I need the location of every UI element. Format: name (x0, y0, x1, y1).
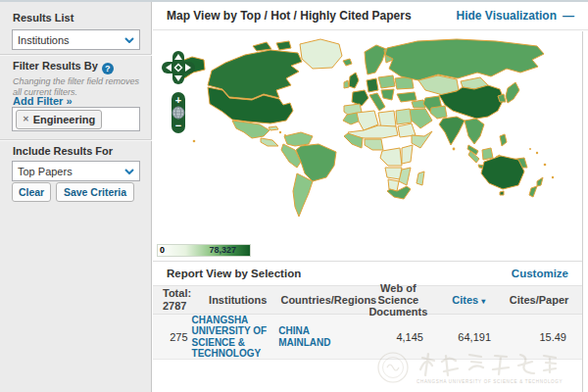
help-icon[interactable]: ? (102, 63, 114, 74)
hide-visualization-link[interactable]: Hide Visualization — (457, 9, 574, 23)
report-title: Report View by Selection (167, 268, 301, 279)
sort-descending-icon: ▾ (481, 297, 485, 306)
country-central-america[interactable] (261, 138, 278, 146)
country-germany[interactable] (367, 78, 378, 92)
country-japan[interactable] (506, 82, 519, 103)
map-controls[interactable]: + − (161, 49, 196, 178)
island-dot (284, 134, 286, 136)
active-filters-box: ✕ Engineering (12, 107, 140, 131)
watermark-english-text: CHANGSHA UNIVERSITY OF SCIENCE & TECHNOL… (416, 379, 569, 384)
zoom-in-button[interactable]: + (175, 94, 181, 106)
row-count: 275 (159, 331, 192, 343)
country-new-zealand-south[interactable] (529, 186, 537, 197)
country-russia[interactable] (385, 39, 544, 80)
legend-max-label: 78,327 (209, 245, 236, 256)
column-header-institutions: Institutions (195, 294, 280, 306)
customize-link[interactable]: Customize (512, 268, 568, 279)
table-header-row: Total: 2787 Institutions Countries/Regio… (153, 285, 582, 315)
map-view-title: Map View by Top / Hot / Highly Cited Pap… (167, 9, 412, 23)
results-list-label: Results List (13, 12, 74, 24)
world-map-area: + − 0 78,327 (153, 31, 582, 261)
country-colombia-venezuela[interactable] (284, 132, 313, 146)
island-dot (552, 176, 554, 178)
country-south-korea[interactable] (498, 94, 506, 102)
country-iceland[interactable] (343, 59, 352, 66)
country-turkey[interactable] (397, 92, 416, 102)
country-tasmania[interactable] (500, 191, 504, 195)
world-choropleth-map[interactable] (155, 33, 580, 244)
country-link[interactable]: CHINA MAINLAND (278, 325, 358, 348)
sidebar-divider (0, 139, 152, 140)
country-balkans-greece[interactable] (381, 89, 394, 100)
country-new-zealand-north[interactable] (537, 177, 543, 186)
column-header-documents: Web of Science Documents (361, 282, 435, 318)
country-canada-arctic-islands[interactable] (276, 41, 291, 50)
include-results-value: Top Papers (18, 166, 73, 177)
country-australia[interactable] (481, 156, 524, 189)
results-list-select[interactable]: Institutions (12, 29, 140, 50)
country-united-kingdom[interactable] (349, 73, 359, 88)
country-ireland[interactable] (344, 80, 349, 88)
filters-sidebar: Results List Institutions Filter Results… (0, 2, 152, 392)
clear-button[interactable]: Clear (12, 182, 51, 202)
add-filter-link[interactable]: Add Filter » (13, 95, 73, 107)
country-dr-congo[interactable] (380, 148, 402, 166)
country-france[interactable] (352, 90, 368, 106)
row-cites-per-paper: 15.49 (501, 331, 576, 343)
institution-link[interactable]: CHANGSHA UNIVERSITY OF SCIENCE & TECHNOL… (192, 315, 279, 360)
chevron-down-icon (124, 169, 134, 174)
country-nigeria-ghana[interactable] (365, 139, 383, 150)
filter-tag-label: Engineering (33, 114, 96, 125)
panel-right-border (582, 31, 583, 392)
country-borneo[interactable] (482, 148, 493, 160)
country-cuba[interactable] (269, 126, 278, 130)
country-norway-sweden[interactable] (365, 45, 386, 74)
report-section: Report View by Selection Customize Total… (153, 261, 582, 360)
filter-by-label: Filter Results By? (13, 60, 114, 74)
country-philippines[interactable] (500, 134, 507, 146)
save-criteria-button[interactable]: Save Criteria (56, 182, 134, 202)
island-dot (453, 148, 456, 151)
column-header-cites-per-paper: Cites/Paper (502, 294, 576, 306)
zoom-out-button[interactable]: − (175, 120, 181, 131)
row-documents: 4,145 (358, 331, 433, 343)
map-pan-control[interactable] (162, 51, 195, 84)
remove-filter-icon[interactable]: ✕ (23, 115, 29, 123)
country-argentina[interactable] (293, 173, 313, 217)
country-canada-arctic-islands[interactable] (253, 42, 271, 51)
table-row: 275 CHANGSHA UNIVERSITY OF SCIENCE & TEC… (153, 315, 582, 360)
row-cites: 64,191 (433, 331, 501, 343)
map-zoom-control[interactable]: + − (172, 92, 185, 133)
legend-min-label: 0 (160, 245, 165, 256)
island-dot (529, 148, 531, 150)
esi-map-view-page: Results List Institutions Filter Results… (0, 0, 588, 392)
island-dot (279, 131, 281, 133)
country-east-africa[interactable] (402, 145, 413, 164)
results-list-value: Institutions (18, 34, 70, 46)
collapse-icon: — (563, 9, 574, 23)
country-greenland[interactable] (300, 39, 342, 69)
country-india[interactable] (439, 117, 465, 145)
total-header: Total: 2787 (159, 287, 195, 312)
country-poland[interactable] (378, 75, 395, 88)
visualization-panel: Map View by Top / Hot / Highly Cited Pap… (153, 2, 588, 392)
country-madagascar[interactable] (416, 172, 424, 185)
filter-tag-engineering[interactable]: ✕ Engineering (16, 110, 102, 129)
column-header-cites-sort[interactable]: Cites ▾ (435, 294, 502, 306)
country-pakistan-afghanistan[interactable] (430, 106, 447, 119)
island-dot (536, 152, 538, 154)
island-dot (544, 164, 547, 167)
country-egypt[interactable] (396, 109, 412, 124)
country-myanmar-thailand-vietnam[interactable] (465, 119, 484, 144)
column-header-countries: Countries/Regions (280, 294, 361, 306)
map-panel-header: Map View by Top / Hot / Highly Cited Pap… (153, 2, 588, 30)
choropleth-legend: 0 78,327 (157, 244, 251, 257)
include-results-label: Include Results For (13, 145, 113, 157)
chevron-down-icon (124, 37, 134, 43)
include-results-select[interactable]: Top Papers (12, 161, 140, 181)
sidebar-divider (0, 54, 152, 55)
reset-globe-button[interactable] (172, 107, 184, 119)
